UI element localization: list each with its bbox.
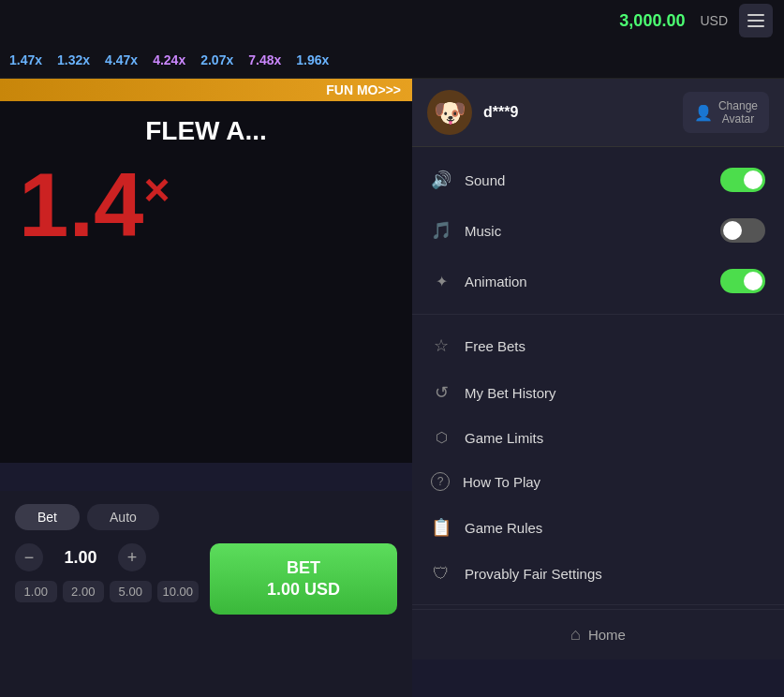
bet-tab[interactable]: Bet xyxy=(15,504,80,530)
provably-fair-label: Provably Fair Settings xyxy=(465,566,765,582)
music-toggle-thumb xyxy=(723,221,742,240)
avatar: 🐶 xyxy=(427,90,472,135)
left-panel: FUN MO>>> FLEW A... 1.4× Bet Auto − 1.00… xyxy=(0,79,412,660)
bet-button-line1: BET xyxy=(287,557,320,579)
sound-label: Sound xyxy=(465,172,707,188)
multiplier-item[interactable]: 1.47x xyxy=(9,52,42,67)
amount-display: 1.00 xyxy=(52,548,109,568)
bet-history-menu-item[interactable]: ↺ My Bet History xyxy=(412,369,784,416)
how-to-play-menu-item[interactable]: ? How To Play xyxy=(412,459,784,504)
music-toggle[interactable] xyxy=(720,218,765,243)
hamburger-line xyxy=(747,14,764,16)
auto-tab[interactable]: Auto xyxy=(87,504,159,530)
multiplier-display: 1.4× xyxy=(19,154,170,257)
game-limits-menu-item[interactable]: ⬡ Game Limits xyxy=(412,416,784,459)
multiplier-item[interactable]: 7.48x xyxy=(248,52,281,67)
quick-amount-1[interactable]: 1.00 xyxy=(15,581,57,602)
menu-section: ☆ Free Bets ↺ My Bet History ⬡ Game Limi… xyxy=(412,315,784,605)
increase-amount-button[interactable]: + xyxy=(118,543,146,571)
settings-section: 🔊 Sound 🎵 Music ✦ Animation xyxy=(412,147,784,315)
animation-icon: ✦ xyxy=(431,273,451,290)
multiplier-item[interactable]: 4.24x xyxy=(153,52,185,67)
sound-toggle[interactable] xyxy=(720,168,765,192)
bet-history-label: My Bet History xyxy=(465,385,765,401)
flew-away-text: FLEW A... xyxy=(145,116,267,146)
game-limits-label: Game Limits xyxy=(465,430,765,446)
sound-toggle-thumb xyxy=(744,171,762,189)
sound-menu-item[interactable]: 🔊 Sound xyxy=(412,155,784,205)
home-label: Home xyxy=(588,627,626,643)
amount-row: − 1.00 + xyxy=(15,543,199,571)
bet-controls: Bet Auto − 1.00 + 1.00 2.00 5.00 10.00 xyxy=(0,491,412,697)
free-bets-icon: ☆ xyxy=(431,335,451,356)
username: d***9 xyxy=(483,104,672,121)
balance-amount: 3,000.00 xyxy=(619,11,685,31)
change-avatar-label: ChangeAvatar xyxy=(718,99,758,126)
hamburger-button[interactable] xyxy=(739,4,773,37)
multiplier-item[interactable]: 1.32x xyxy=(57,52,90,67)
quick-amount-5[interactable]: 5.00 xyxy=(110,581,152,602)
balance-currency: USD xyxy=(700,13,728,28)
free-bets-menu-item[interactable]: ☆ Free Bets xyxy=(412,322,784,369)
quick-amounts: 1.00 2.00 5.00 10.00 xyxy=(15,581,199,602)
top-bar: 3,000.00 USD xyxy=(0,0,784,41)
provably-fair-icon: 🛡 xyxy=(431,564,451,584)
music-icon: 🎵 xyxy=(431,220,451,241)
game-rules-label: Game Rules xyxy=(465,520,765,536)
home-icon: ⌂ xyxy=(570,625,581,645)
change-avatar-button[interactable]: 👤 ChangeAvatar xyxy=(683,92,769,133)
hamburger-line xyxy=(747,20,764,22)
sound-icon: 🔊 xyxy=(431,170,451,190)
music-menu-item[interactable]: 🎵 Music xyxy=(412,205,784,256)
animation-toggle[interactable] xyxy=(720,269,765,293)
game-rules-menu-item[interactable]: 📋 Game Rules xyxy=(412,504,784,551)
how-to-play-label: How To Play xyxy=(463,474,765,490)
multiplier-item[interactable]: 1.96x xyxy=(296,52,329,67)
home-row[interactable]: ⌂ Home xyxy=(412,610,784,660)
quick-amount-2[interactable]: 2.00 xyxy=(63,581,105,602)
quick-amount-10[interactable]: 10.00 xyxy=(157,581,200,602)
fun-mode-banner: FUN MO>>> xyxy=(0,79,412,101)
avatar-icon: 👤 xyxy=(694,104,713,122)
multiplier-row: 1.47x 1.32x 4.47x 4.24x 2.07x 7.48x 1.96… xyxy=(0,41,784,79)
music-label: Music xyxy=(465,223,707,239)
animation-toggle-thumb xyxy=(744,272,762,290)
game-limits-icon: ⬡ xyxy=(431,429,451,446)
free-bets-label: Free Bets xyxy=(465,338,765,354)
decrease-amount-button[interactable]: − xyxy=(15,543,43,571)
bet-button[interactable]: BET 1.00 USD xyxy=(210,543,397,615)
animation-menu-item[interactable]: ✦ Animation xyxy=(412,256,784,306)
hamburger-line xyxy=(747,25,764,27)
bet-history-icon: ↺ xyxy=(431,382,451,403)
game-area: FUN MO>>> FLEW A... 1.4× xyxy=(0,79,412,463)
multiplier-item[interactable]: 2.07x xyxy=(200,52,233,67)
provably-fair-menu-item[interactable]: 🛡 Provably Fair Settings xyxy=(412,551,784,597)
right-panel: 🐶 d***9 👤 ChangeAvatar 🔊 Sound 🎵 Musi xyxy=(412,79,784,660)
bet-button-line2: 1.00 USD xyxy=(267,579,340,601)
bet-tab-row: Bet Auto xyxy=(15,504,397,530)
game-rules-icon: 📋 xyxy=(431,517,451,538)
user-header: 🐶 d***9 👤 ChangeAvatar xyxy=(412,79,784,147)
main-layout: FUN MO>>> FLEW A... 1.4× Bet Auto − 1.00… xyxy=(0,79,784,660)
multiplier-item[interactable]: 4.47x xyxy=(105,52,138,67)
how-to-play-icon: ? xyxy=(431,472,450,491)
animation-label: Animation xyxy=(465,274,707,289)
